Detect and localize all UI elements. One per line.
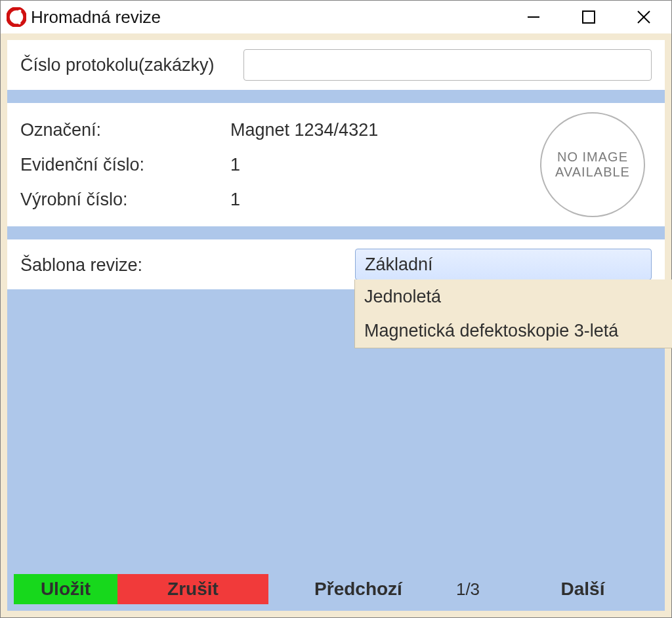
- protocol-label: Číslo protokolu(zakázky): [20, 55, 243, 75]
- title-bar: Hromadná revize: [1, 1, 671, 33]
- image-placeholder-text: NO IMAGE AVAILABLE: [541, 150, 644, 180]
- window-title: Hromadná revize: [31, 7, 161, 28]
- save-button[interactable]: Uložit: [14, 574, 117, 604]
- serial-no-label: Výrobní číslo:: [20, 190, 230, 210]
- section-divider: [7, 226, 665, 239]
- svg-point-0: [8, 9, 25, 26]
- svg-rect-2: [583, 11, 595, 23]
- minimize-button[interactable]: [506, 1, 561, 33]
- template-section: Šablona revize: Základní Jednoletá Magne…: [7, 239, 665, 289]
- template-label: Šablona revize:: [20, 249, 355, 276]
- action-bar: Uložit Zrušit Předchozí 1/3 Další: [14, 574, 658, 604]
- cancel-button[interactable]: Zrušit: [117, 574, 268, 604]
- save-button-label: Uložit: [41, 579, 91, 600]
- close-button[interactable]: [616, 1, 671, 33]
- window-frame: Hromadná revize Číslo protokolu(zakázky): [0, 0, 672, 618]
- item-details-grid: Označení: Magnet 1234/4321 Evidenční čís…: [20, 112, 540, 217]
- cancel-button-label: Zrušit: [167, 579, 219, 600]
- template-option-text: Magnetická defektoskopie 3-letá: [364, 321, 618, 341]
- registration-no-label: Evidenční číslo:: [20, 155, 230, 175]
- protocol-input[interactable]: [243, 49, 652, 81]
- dialog-body: Číslo protokolu(zakázky) Označení: Magne…: [1, 33, 671, 617]
- template-option[interactable]: Jednoletá: [355, 279, 672, 314]
- template-selected-text: Základní: [365, 255, 433, 275]
- next-button-label: Další: [561, 579, 605, 600]
- app-icon: [6, 7, 27, 28]
- page-indicator: 1/3: [429, 574, 507, 604]
- template-dropdown[interactable]: Základní Jednoletá Magnetická defektosko…: [355, 249, 652, 280]
- protocol-section: Číslo protokolu(zakázky): [7, 40, 665, 90]
- template-option[interactable]: Magnetická defektoskopie 3-letá: [355, 314, 672, 348]
- designation-value: Magnet 1234/4321: [230, 120, 540, 140]
- designation-label: Označení:: [20, 120, 230, 140]
- maximize-button[interactable]: [561, 1, 616, 33]
- window-controls: [506, 1, 671, 33]
- previous-button[interactable]: Předchozí: [288, 574, 429, 604]
- registration-no-value: 1: [230, 155, 540, 175]
- serial-no-value: 1: [230, 190, 540, 210]
- page-indicator-text: 1/3: [456, 579, 480, 600]
- content-panel: Číslo protokolu(zakázky) Označení: Magne…: [7, 40, 665, 611]
- next-button[interactable]: Další: [507, 574, 658, 604]
- previous-button-label: Předchozí: [314, 579, 402, 600]
- item-details-section: Označení: Magnet 1234/4321 Evidenční čís…: [7, 103, 665, 226]
- template-selected[interactable]: Základní: [355, 249, 652, 280]
- template-dropdown-list: Jednoletá Magnetická defektoskopie 3-let…: [354, 279, 672, 348]
- image-placeholder: NO IMAGE AVAILABLE: [540, 112, 645, 217]
- section-divider: [7, 90, 665, 103]
- template-option-text: Jednoletá: [364, 287, 441, 307]
